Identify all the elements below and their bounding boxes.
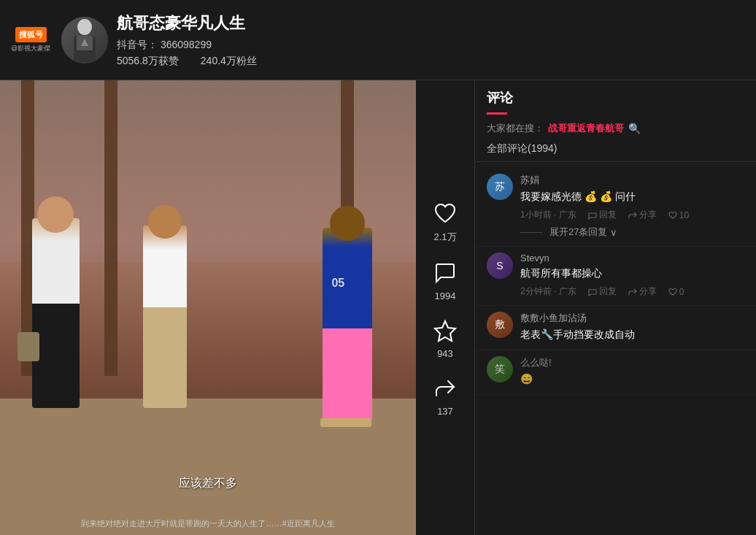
title-underline <box>487 112 507 115</box>
person-middle <box>137 226 196 408</box>
video-bottom-text: 到来绝对绝对走进大厅时就是带跑的一天大的人生了……#近距离凡人生 <box>0 518 416 529</box>
person-right: 05 <box>317 228 382 421</box>
interaction-bar: 2.1万 1994 943 <box>416 80 474 535</box>
comment-meta: 2分钟前 · 广东 回复 分享 0 <box>520 285 744 298</box>
comment-time: 1小时前 · 广东 <box>520 209 576 221</box>
comment-meta: 1小时前 · 广东 回复 分享 10 <box>520 209 744 221</box>
like-button[interactable]: 2.1万 <box>431 199 460 244</box>
avatar: 苏 <box>487 174 513 200</box>
comment-username: Stevyn <box>520 253 744 263</box>
like-action[interactable]: 10 <box>668 210 689 220</box>
comment-text: 我要嫁感光德 💰 💰 问什 <box>520 189 744 204</box>
main-content: 05 应该差不多 到来绝对绝对走进大厅时就是带跑的一天大的人生了……#近距离凡人… <box>0 80 756 535</box>
comment-item: 苏 苏娟 我要嫁感光德 💰 💰 问什 1小时前 · 广东 回复 <box>475 168 756 247</box>
reply-button[interactable]: 回复 <box>588 209 617 221</box>
channel-id: 抖音号： 366098299 <box>117 39 747 52</box>
video-player[interactable]: 05 应该差不多 到来绝对绝对走进大厅时就是带跑的一天大的人生了……#近距离凡人… <box>0 80 416 535</box>
comments-panel: 评论 大家都在搜： 战哥重返青春航哥 🔍 全部评论(1994) 苏 苏娟 <box>474 80 756 535</box>
share-count: 137 <box>437 406 453 417</box>
trending-text: 战哥重返青春航哥 <box>548 122 624 135</box>
comment-text: 老表🔧手动挡要改成自动 <box>520 327 744 342</box>
avatar <box>61 17 108 63</box>
share-action[interactable]: 分享 <box>628 285 657 298</box>
comment-item: S Stevyn 航哥所有事都操心 2分钟前 · 广东 回复 <box>475 247 756 306</box>
logo-text: 搜狐号 <box>15 27 47 42</box>
comment-text: 航哥所有事都操心 <box>520 266 744 281</box>
star-button[interactable]: 943 <box>431 316 460 359</box>
trending-search[interactable]: 大家都在搜： 战哥重返青春航哥 🔍 <box>487 122 744 135</box>
comment-count: 1994 <box>435 290 456 301</box>
comment-button[interactable]: 1994 <box>431 258 460 301</box>
share-icon <box>431 374 460 403</box>
likes-stat: 5056.8万获赞 <box>117 55 179 68</box>
comment-item: 笑 么么哒! 😄 <box>475 350 756 395</box>
header: 搜狐号 @影视大豪傑 航哥态豪华凡人生 抖音号： 366098299 5056.… <box>0 0 756 80</box>
channel-stats: 5056.8万获赞 240.4万粉丝 <box>117 55 747 68</box>
video-subtitle: 应该差不多 <box>179 476 237 491</box>
star-count: 943 <box>437 348 453 359</box>
search-icon: 🔍 <box>628 123 641 134</box>
comment-username: 敷敷小鱼加沾汤 <box>520 312 744 325</box>
like-action[interactable]: 0 <box>668 287 684 297</box>
comments-header: 评论 大家都在搜： 战哥重返青春航哥 🔍 全部评论(1994) <box>475 80 756 162</box>
svg-point-0 <box>77 19 92 35</box>
comment-username: 苏娟 <box>520 174 744 187</box>
total-comments: 全部评论(1994) <box>487 142 744 155</box>
comments-list[interactable]: 苏 苏娟 我要嫁感光德 💰 💰 问什 1小时前 · 广东 回复 <box>475 162 756 535</box>
comment-time: 2分钟前 · 广东 <box>520 285 576 298</box>
comment-username: 么么哒! <box>520 356 744 369</box>
comments-title: 评论 <box>487 89 744 107</box>
logo-at: @影视大豪傑 <box>11 44 50 53</box>
platform-logo: 搜狐号 @影视大豪傑 <box>9 27 53 53</box>
star-icon <box>431 316 460 345</box>
fans-stat: 240.4万粉丝 <box>201 55 257 68</box>
expand-replies-button[interactable]: 展开27条回复 ∨ <box>520 226 744 239</box>
share-action[interactable]: 分享 <box>628 209 657 221</box>
comment-item: 敷 敷敷小鱼加沾汤 老表🔧手动挡要改成自动 <box>475 306 756 350</box>
comment-text: 😄 <box>520 372 744 387</box>
avatar: S <box>487 253 513 279</box>
share-button[interactable]: 137 <box>431 374 460 417</box>
heart-icon <box>431 199 460 228</box>
svg-marker-4 <box>435 321 455 341</box>
avatar: 敷 <box>487 312 513 338</box>
video-scene: 05 应该差不多 到来绝对绝对走进大厅时就是带跑的一天大的人生了……#近距离凡人… <box>0 80 416 535</box>
person-left <box>25 218 87 408</box>
reply-button[interactable]: 回复 <box>588 285 617 298</box>
like-count: 2.1万 <box>433 231 456 244</box>
trending-label: 大家都在搜： <box>487 122 544 135</box>
comment-icon <box>431 258 460 288</box>
avatar: 笑 <box>487 356 513 382</box>
channel-info: 航哥态豪华凡人生 抖音号： 366098299 5056.8万获赞 240.4万… <box>117 12 747 68</box>
channel-title: 航哥态豪华凡人生 <box>117 12 747 34</box>
